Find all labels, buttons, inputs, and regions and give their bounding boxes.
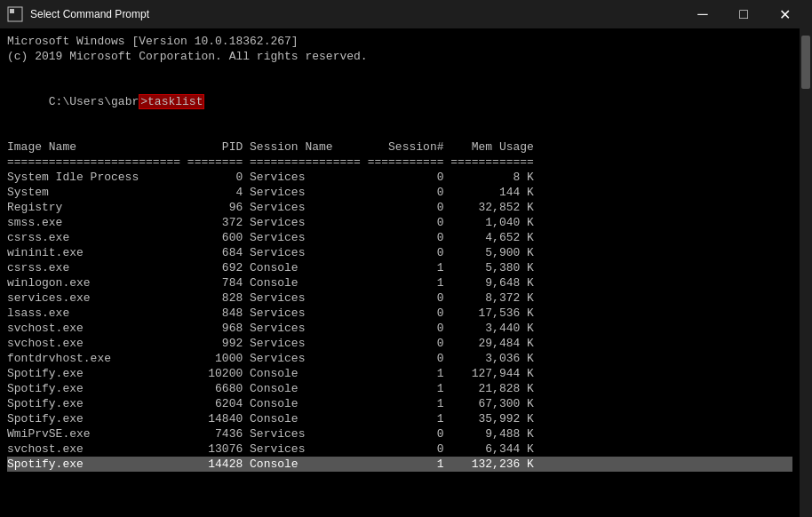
- table-row: System Idle Process 0 Services 0 8 K: [7, 170, 792, 185]
- terminal-prompt-line: C:\Users\gabr>tasklist: [7, 79, 792, 124]
- table-row: WmiPrvSE.exe 7436 Services 0 9,488 K: [7, 426, 792, 441]
- table-row: services.exe 828 Services 0 8,372 K: [7, 290, 792, 306]
- column-separator: ========================= ======== =====…: [7, 155, 792, 170]
- svg-rect-1: [10, 9, 14, 13]
- table-row: Spotify.exe 6204 Console 1 67,300 K: [7, 396, 792, 411]
- table-row: lsass.exe 848 Services 0 17,536 K: [7, 306, 792, 321]
- command-text: >tasklist: [139, 94, 204, 109]
- scrollbar[interactable]: [800, 28, 812, 517]
- title-bar: Select Command Prompt ─ □ ✕: [0, 0, 812, 28]
- terminal-content: Microsoft Windows [Version 10.0.18362.26…: [0, 28, 800, 517]
- table-row: wininit.exe 684 Services 0 5,900 K: [7, 245, 792, 260]
- column-header: Image Name PID Session Name Session# Mem…: [7, 139, 792, 155]
- table-row: Spotify.exe 6680 Console 1 21,828 K: [7, 381, 792, 396]
- table-row: svchost.exe 13076 Services 0 6,344 K: [7, 441, 792, 457]
- maximize-button[interactable]: □: [723, 0, 764, 28]
- table-row: fontdrvhost.exe 1000 Services 0 3,036 K: [7, 351, 792, 366]
- table-row: Spotify.exe 10200 Console 1 127,944 K: [7, 366, 792, 381]
- table-row: System 4 Services 0 144 K: [7, 185, 792, 200]
- table-row: svchost.exe 992 Services 0 29,484 K: [7, 336, 792, 351]
- terminal-line-4: [7, 124, 792, 139]
- table-row: winlogon.exe 784 Console 1 9,648 K: [7, 275, 792, 290]
- close-button[interactable]: ✕: [764, 0, 805, 28]
- table-row: csrss.exe 600 Services 0 4,652 K: [7, 230, 792, 245]
- table-row: Registry 96 Services 0 32,852 K: [7, 200, 792, 215]
- scrollbar-thumb[interactable]: [801, 36, 810, 89]
- process-list: System Idle Process 0 Services 0 8 KSyst…: [7, 170, 792, 472]
- window-title: Select Command Prompt: [30, 8, 682, 20]
- selected-table-row: Spotify.exe 14428 Console 1 132,236 K: [7, 457, 792, 472]
- minimize-button[interactable]: ─: [682, 0, 723, 28]
- app-icon: [7, 6, 23, 22]
- prompt-prefix: C:\Users\gabr: [49, 95, 139, 108]
- table-row: csrss.exe 692 Console 1 5,380 K: [7, 260, 792, 275]
- terminal-line-2: (c) 2019 Microsoft Corporation. All righ…: [7, 49, 792, 64]
- table-row: smss.exe 372 Services 0 1,040 K: [7, 215, 792, 230]
- window-controls: ─ □ ✕: [682, 0, 805, 28]
- terminal-line-1: Microsoft Windows [Version 10.0.18362.26…: [7, 34, 792, 49]
- table-row: Spotify.exe 14840 Console 1 35,992 K: [7, 411, 792, 426]
- terminal-line-3: [7, 64, 792, 79]
- window-body: Microsoft Windows [Version 10.0.18362.26…: [0, 28, 812, 517]
- table-row: svchost.exe 968 Services 0 3,440 K: [7, 321, 792, 336]
